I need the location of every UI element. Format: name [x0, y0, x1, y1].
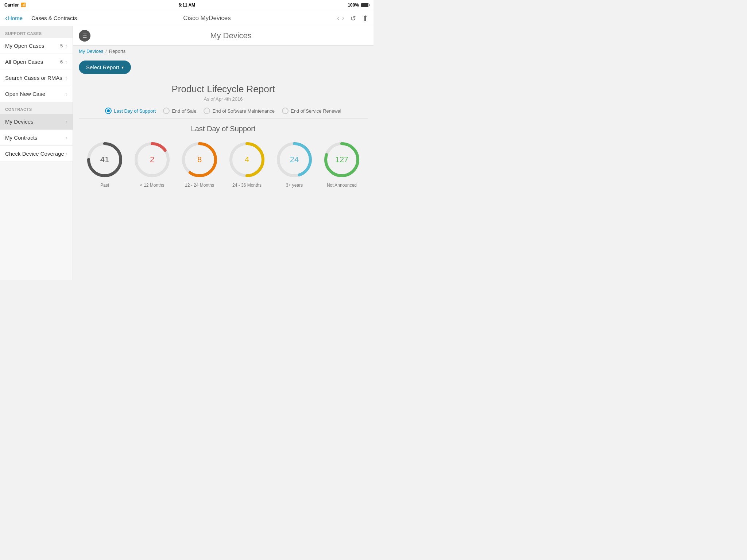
donut-value-2: 8: [197, 155, 202, 164]
donut-value-4: 24: [290, 155, 299, 164]
donut-wrap-5: 127Not Announced: [322, 140, 362, 188]
hamburger-icon: ☰: [82, 33, 87, 39]
sidebar-item-label-1-2: Check Device Coverage: [5, 151, 64, 157]
main-layout: SUPPORT CASESMy Open Cases5›All Open Cas…: [0, 26, 374, 280]
donut-label-0: Past: [100, 183, 109, 188]
sidebar-chevron-0-1: ›: [66, 59, 67, 65]
donut-label-2: 12 - 24 Months: [185, 183, 214, 188]
sidebar-badge-0-1: 6: [60, 59, 63, 65]
nav-bar-right: ‹ › ↺ ⬆: [337, 14, 368, 23]
radio-option-2[interactable]: End of Software Maintenance: [204, 108, 275, 114]
wifi-icon: 📶: [21, 3, 26, 7]
report-main-title: Product Lifecycle Report: [79, 83, 368, 95]
nav-arrows: ‹ ›: [337, 14, 344, 22]
radio-dot-0: [107, 109, 110, 112]
breadcrumb-link[interactable]: My Devices: [79, 48, 103, 54]
sidebar-item-right-0-0: 5›: [60, 43, 67, 49]
sidebar-item-0-0[interactable]: My Open Cases5›: [0, 38, 73, 54]
sidebar-item-1-0[interactable]: My Devices›: [0, 114, 73, 130]
donut-container-1: 2: [132, 140, 172, 180]
sidebar-item-1-2[interactable]: Check Device Coverage›: [0, 146, 73, 162]
donut-container-0: 41: [85, 140, 125, 180]
content-header: ☰ My Devices: [73, 26, 374, 46]
donut-value-5: 127: [335, 155, 349, 164]
nav-bar: ‹ Home Cases & Contracts Cisco MyDevices…: [0, 10, 374, 26]
breadcrumb: My Devices / Reports: [73, 46, 374, 57]
sidebar-chevron-1-0: ›: [66, 119, 67, 125]
select-report-wrapper: Select Report ▾: [73, 57, 374, 78]
sidebar-section-header-1: CONTRACTS: [0, 102, 73, 114]
sidebar-chevron-0-0: ›: [66, 43, 67, 49]
radio-group: Last Day of SupportEnd of SaleEnd of Sof…: [73, 103, 374, 118]
donut-label-4: 3+ years: [286, 183, 303, 188]
radio-option-1[interactable]: End of Sale: [163, 108, 196, 114]
report-subtitle: As of Apr 4th 2016: [79, 96, 368, 102]
nav-center-title: Cisco MyDevices: [183, 15, 231, 22]
section-title: Last Day of Support: [73, 119, 374, 136]
donut-value-0: 41: [100, 155, 109, 164]
breadcrumb-current: Reports: [109, 48, 126, 54]
donut-label-1: < 12 Months: [140, 183, 164, 188]
radio-label-2: End of Software Maintenance: [212, 108, 275, 114]
radio-circle-3: [282, 108, 289, 114]
sidebar: SUPPORT CASESMy Open Cases5›All Open Cas…: [0, 26, 73, 280]
sidebar-item-right-1-1: ›: [66, 135, 67, 141]
select-report-label: Select Report: [86, 64, 119, 70]
select-report-button[interactable]: Select Report ▾: [79, 61, 131, 74]
battery-fill: [361, 3, 368, 7]
radio-circle-2: [204, 108, 210, 114]
sidebar-item-label-0-2: Search Cases or RMAs: [5, 75, 62, 81]
radio-circle-0: [105, 108, 112, 114]
sidebar-item-label-0-3: Open New Case: [5, 91, 45, 97]
nav-bar-left: ‹ Home Cases & Contracts: [5, 14, 77, 22]
sidebar-badge-0-0: 5: [60, 43, 63, 48]
radio-circle-1: [163, 108, 170, 114]
breadcrumb-separator: /: [105, 48, 107, 54]
select-report-chevron: ▾: [121, 65, 124, 70]
donut-wrap-1: 2< 12 Months: [132, 140, 172, 188]
sidebar-item-right-0-1: 6›: [60, 59, 67, 65]
back-button[interactable]: ‹ Home: [5, 14, 23, 22]
refresh-icon[interactable]: ↺: [350, 14, 356, 23]
sidebar-item-0-1[interactable]: All Open Cases6›: [0, 54, 73, 70]
share-icon[interactable]: ⬆: [362, 14, 368, 23]
back-label: Home: [8, 15, 23, 21]
hamburger-button[interactable]: ☰: [79, 30, 90, 42]
radio-option-3[interactable]: End of Service Renewal: [282, 108, 341, 114]
donut-label-3: 24 - 36 Months: [232, 183, 262, 188]
status-bar: Carrier 📶 6:11 AM 100%: [0, 0, 374, 10]
sidebar-item-right-0-2: ›: [66, 75, 67, 81]
sidebar-item-0-2[interactable]: Search Cases or RMAs›: [0, 70, 73, 86]
sidebar-item-1-1[interactable]: My Contracts›: [0, 130, 73, 146]
donut-value-3: 4: [245, 155, 249, 164]
nav-next-icon[interactable]: ›: [342, 14, 344, 22]
nav-prev-icon[interactable]: ‹: [337, 14, 339, 22]
sidebar-item-right-0-3: ›: [66, 91, 67, 97]
radio-label-3: End of Service Renewal: [291, 108, 341, 114]
sidebar-item-0-3[interactable]: Open New Case›: [0, 86, 73, 102]
sidebar-section-header-0: SUPPORT CASES: [0, 26, 73, 38]
donut-container-3: 4: [227, 140, 267, 180]
sidebar-item-right-1-2: ›: [66, 151, 67, 157]
time-display: 6:11 AM: [179, 3, 196, 8]
status-bar-right: 100%: [348, 3, 369, 8]
sidebar-item-right-1-0: ›: [66, 119, 67, 125]
charts-grid: 41Past2< 12 Months812 - 24 Months424 - 3…: [73, 136, 374, 195]
donut-wrap-2: 812 - 24 Months: [179, 140, 220, 188]
sidebar-chevron-0-2: ›: [66, 75, 67, 81]
sidebar-item-label-0-1: All Open Cases: [5, 59, 43, 65]
back-arrow-icon: ‹: [5, 14, 7, 22]
radio-label-0: Last Day of Support: [114, 108, 156, 114]
donut-wrap-0: 41Past: [85, 140, 125, 188]
nav-section-label: Cases & Contracts: [31, 15, 77, 21]
sidebar-chevron-1-1: ›: [66, 135, 67, 141]
status-bar-left: Carrier 📶: [4, 3, 26, 8]
donut-container-5: 127: [322, 140, 362, 180]
radio-option-0[interactable]: Last Day of Support: [105, 108, 156, 114]
donut-label-5: Not Announced: [327, 183, 357, 188]
carrier-label: Carrier: [4, 3, 19, 8]
donut-container-2: 8: [179, 140, 220, 180]
sidebar-item-label-0-0: My Open Cases: [5, 43, 44, 49]
sidebar-item-label-1-0: My Devices: [5, 118, 34, 125]
content-area: ☰ My Devices My Devices / Reports Select…: [73, 26, 374, 280]
